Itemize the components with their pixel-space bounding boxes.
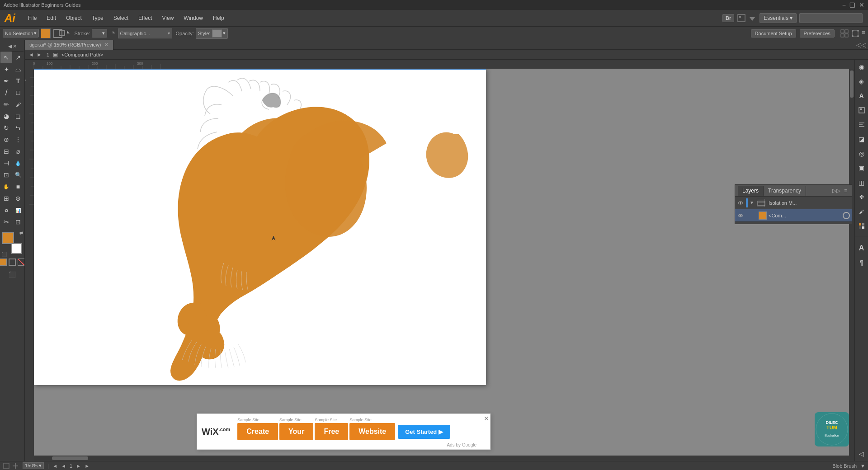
transform-panel-btn[interactable] <box>856 105 867 116</box>
vertical-scrollbar[interactable] <box>849 69 854 461</box>
lasso-tool-btn[interactable]: ⌓ <box>12 63 24 75</box>
screen-mode-btn[interactable]: ⬛ <box>6 268 18 280</box>
eyedropper-tool-btn[interactable]: 💧 <box>12 157 24 169</box>
transparency-panel-btn[interactable]: ◫ <box>856 177 867 188</box>
variable-width-dropdown[interactable]: Calligraphic... ▾ <box>118 28 172 38</box>
scrollbar-v-thumb[interactable] <box>850 70 854 98</box>
restore-btn[interactable]: ❑ <box>849 1 855 9</box>
pen-tool-btn[interactable]: ✒ <box>0 75 12 87</box>
wix-get-started-btn[interactable]: Get Started ▶ <box>398 425 450 439</box>
type-tool-btn[interactable]: T <box>12 75 24 87</box>
width-tool-btn[interactable]: ⊣ <box>0 157 12 169</box>
menu-view[interactable]: View <box>158 13 179 23</box>
no-selection-dropdown[interactable]: No Selection ▾ <box>3 29 39 38</box>
brush-tool-btn[interactable]: 🖌 <box>12 99 24 110</box>
menu-help[interactable]: Help <box>208 13 229 23</box>
blend-tool-btn[interactable]: ⊛ <box>12 193 24 204</box>
preferences-btn[interactable]: Preferences <box>800 29 835 38</box>
rotate-tool-btn[interactable]: ↻ <box>0 122 12 134</box>
layer-row-isolation[interactable]: ▼ Isolation M... <box>735 197 852 209</box>
zoom-tool-btn[interactable]: 🔍 <box>12 169 24 181</box>
eraser-tool-btn[interactable]: ◻ <box>12 110 24 122</box>
rect-tool-btn[interactable]: □ <box>12 87 24 99</box>
magic-wand-tool-btn[interactable]: ✦ <box>0 63 12 75</box>
transform-controls-icon[interactable] <box>851 29 860 38</box>
paragraph-panel-btn[interactable]: ¶ <box>856 257 867 268</box>
essentials-workspace-btn[interactable]: Essentials ▾ <box>760 13 797 23</box>
color-guide-panel-btn[interactable]: ◈ <box>856 76 867 87</box>
wix-create-btn[interactable]: Create <box>237 423 278 440</box>
layers-tab[interactable]: Layers <box>738 186 764 196</box>
style-swatch[interactable] <box>212 29 222 38</box>
layer-expand-arrow-1[interactable]: ▼ <box>750 200 754 205</box>
transparency-tab[interactable]: Transparency <box>764 186 806 196</box>
document-setup-btn[interactable]: Document Setup <box>751 29 796 38</box>
wix-your-btn[interactable]: Your <box>279 423 313 440</box>
graph-tool-btn[interactable]: 📊 <box>12 204 24 216</box>
menu-object[interactable]: Object <box>61 13 86 23</box>
artboard-tool-btn[interactable]: ⊡ <box>12 216 24 228</box>
mesh-tool-btn[interactable]: ⊞ <box>0 193 12 204</box>
menu-select[interactable]: Select <box>109 13 133 23</box>
none-btn[interactable] <box>18 258 25 266</box>
swatches-panel-btn[interactable] <box>856 221 867 231</box>
bridge-button[interactable]: Br <box>722 14 734 22</box>
artboard-next-btn[interactable]: ► <box>85 463 90 469</box>
opacity-dropdown[interactable]: Style: ▾ <box>196 28 228 39</box>
fill-btn[interactable] <box>0 258 7 266</box>
reshape-tool-btn[interactable]: ⊟ <box>0 146 12 157</box>
line-tool-btn[interactable]: / <box>0 87 12 99</box>
fill-color-swatch[interactable] <box>41 28 51 38</box>
artboard-prev-btn[interactable]: ◄ <box>52 463 57 469</box>
tiger-document-tab[interactable]: tiger.ai* @ 150% (RGB/Preview) ✕ <box>25 40 113 50</box>
menu-edit[interactable]: Edit <box>42 13 61 23</box>
gradient-panel-btn[interactable]: ▣ <box>856 163 867 174</box>
zoom-display[interactable]: 150% ▾ <box>23 462 44 469</box>
scrollbar-h-thumb[interactable] <box>52 456 88 460</box>
reset-colors-btn[interactable]: ⬛ <box>1 252 7 257</box>
reflect-tool-btn[interactable]: ⇆ <box>12 122 24 134</box>
measure-tool-btn[interactable]: ⊡ <box>0 169 12 181</box>
menu-search-input[interactable] <box>799 13 863 23</box>
close-tab-btn[interactable]: ✕ <box>104 42 108 48</box>
brushes-panel-btn[interactable]: 🖌 <box>856 206 867 217</box>
shear-tool-btn[interactable]: ⋮ <box>12 134 24 146</box>
close-btn[interactable]: ✕ <box>859 1 864 9</box>
artboard-next-btn-inner[interactable]: ► <box>76 463 81 469</box>
align-panel-btn[interactable] <box>856 119 867 130</box>
appearance-panel-btn[interactable]: A <box>856 90 867 101</box>
pencil-tool-btn[interactable]: ✏ <box>0 99 12 110</box>
open-close-panels-btn[interactable]: ◁ <box>856 448 867 459</box>
panel-menu-btn[interactable]: ≡ <box>842 187 849 195</box>
layer-row-compound[interactable]: <Com... <box>735 209 852 222</box>
panel-options-icon[interactable]: ≡ <box>862 29 865 38</box>
wix-ad-close-btn[interactable]: ✕ <box>484 415 489 422</box>
slice-tool-btn[interactable]: ✂ <box>0 216 12 228</box>
symbol-sprayer-tool-btn[interactable]: ✿ <box>0 204 12 216</box>
wix-website-btn[interactable]: Website <box>349 423 395 440</box>
scale-tool-btn[interactable]: ⊕ <box>0 134 12 146</box>
minimize-btn[interactable]: − <box>842 1 846 9</box>
warp-tool-btn[interactable]: ⌀ <box>12 146 24 157</box>
pathfinder-panel-btn[interactable]: ◪ <box>856 134 867 145</box>
layer-target-circle-2[interactable] <box>843 212 850 219</box>
stroke-panel-btn[interactable]: ◎ <box>856 148 867 159</box>
menu-window[interactable]: Window <box>179 13 208 23</box>
symbols-panel-btn[interactable]: ✤ <box>856 192 867 202</box>
breadcrumb-prev-btn[interactable]: ◄ <box>28 52 35 58</box>
breadcrumb-next-btn[interactable]: ► <box>36 52 43 58</box>
collapse-toolbar-left-btn[interactable]: ◀ <box>8 43 12 49</box>
background-color-swatch[interactable] <box>11 243 22 254</box>
arrange-icon[interactable] <box>840 29 849 38</box>
panel-collapse-btn[interactable]: ◁◁ <box>856 41 866 48</box>
foreground-color-swatch[interactable] <box>2 232 14 244</box>
menu-type[interactable]: Type <box>87 13 108 23</box>
menu-effect[interactable]: Effect <box>134 13 156 23</box>
direct-selection-tool-btn[interactable]: ↗ <box>12 52 24 63</box>
layer-visibility-btn-2[interactable] <box>737 212 744 219</box>
collapse-toolbar-right-btn[interactable]: ✕ <box>13 43 17 49</box>
hand-tool-btn[interactable]: ✋ <box>0 181 12 193</box>
selection-tool-btn[interactable]: ↖ <box>0 52 12 63</box>
stroke-btn[interactable] <box>9 258 16 266</box>
menu-file[interactable]: File <box>24 13 41 23</box>
